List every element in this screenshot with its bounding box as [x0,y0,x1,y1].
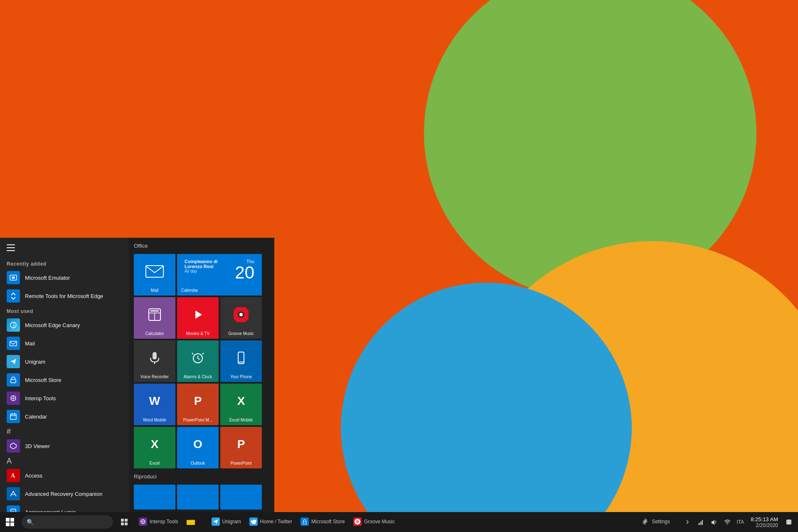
tile-outlook[interactable]: O Outlook [177,427,219,468]
svg-rect-20 [146,266,163,277]
tiles-panel: Office Mail Compleanno diLorenzo Rosi [129,238,274,512]
taskbar-app-interop-tools[interactable]: Interop Tools [135,512,182,532]
tile-play-3[interactable] [220,485,262,510]
tile-calculator[interactable]: Calculator [134,297,175,339]
tile-play-1[interactable] [134,485,175,510]
taskbar-label-interop-tools: Interop Tools [150,519,178,525]
tile-excelm[interactable]: X Excel Mobile [220,384,262,425]
tile-outlook-label: Outlook [191,461,205,466]
app-item-access[interactable]: A Access [0,466,129,485]
tile-movies[interactable]: Movies & TV [177,297,219,339]
tile-phone[interactable]: Your Phone [220,340,262,382]
app-label-interop-tools: Interop Tools [25,395,56,401]
tile-word[interactable]: W Word Mobile [134,384,175,425]
tile-mail[interactable]: Mail [134,254,175,296]
svg-rect-50 [699,522,700,525]
settings-gear-icon [641,517,649,526]
app-item-calendar[interactable]: Calendar [0,407,129,426]
taskbar-app-unigram[interactable]: Unigram [207,512,245,532]
clock-time: 8:25:13 AM [751,516,778,522]
app-item-microsoft-emulator[interactable]: Microsoft Emulator [0,268,129,287]
app-icon-3dviewer [7,439,20,453]
start-button[interactable] [0,512,20,532]
taskbar-clock[interactable]: 8:25:13 AM 2/20/2020 [747,516,781,528]
svg-point-48 [357,521,358,522]
svg-rect-52 [702,520,703,525]
notification-icon[interactable] [783,516,795,528]
search-icon: 🔍 [27,519,34,525]
taskbar-app-ms-store[interactable]: Microsoft Store [296,512,349,532]
tile-pptm[interactable]: P PowerPoint M... [177,384,219,425]
tile-phone-label: Your Phone [230,374,252,379]
app-icon-interop-tools [7,392,20,405]
svg-rect-40 [125,522,128,525]
most-used-header: Most used [0,305,129,316]
svg-marker-25 [195,310,202,319]
app-label-unigram: Unigram [25,359,45,365]
svg-rect-51 [701,521,702,525]
app-item-ms-store[interactable]: Microsoft Store [0,371,129,389]
taskbar-app-home-twitter[interactable]: Home / Twitter [245,512,296,532]
tile-calendar[interactable]: Compleanno diLorenzo Rosi All day Thu 20… [177,254,262,296]
network-icon[interactable] [695,516,707,528]
clock-date: 2/20/2020 [756,522,778,528]
tile-excel[interactable]: X Excel [134,427,175,468]
section-a: A [0,455,129,466]
taskbar-icon-ms-store [300,517,309,526]
tile-movies-label: Movies & TV [186,331,210,336]
app-item-3dviewer[interactable]: 3D Viewer [0,437,129,455]
app-label-microsoft-emulator: Microsoft Emulator [25,275,70,281]
app-item-aggiornamenti-lumia[interactable]: Aggiornamenti Lumia [0,503,129,512]
app-icon-edge-canary [7,318,20,332]
app-item-edge-canary[interactable]: Microsoft Edge Canary [0,316,129,334]
taskbar-app-file-explorer[interactable] [182,512,207,532]
tile-groove[interactable]: Groove Music [220,297,262,339]
tile-voice[interactable]: Voice Recorder [134,340,175,382]
recently-added-header: Recently added [0,258,129,268]
app-item-interop-tools[interactable]: Interop Tools [0,389,129,407]
svg-point-53 [727,524,728,525]
settings-label: Settings [652,519,670,525]
language-indicator[interactable]: ITA [735,519,746,525]
svg-rect-24 [150,310,159,312]
taskbar-label-unigram: Unigram [222,519,241,525]
app-item-remote-tools[interactable]: Remote Tools for Microsoft Edge [0,287,129,305]
tile-ppt-label: PowerPoint [230,461,251,466]
chevron-icon[interactable] [682,516,693,528]
app-item-arc[interactable]: Advanced Recovery Companion [0,485,129,503]
app-label-3dviewer: 3D Viewer [25,443,50,449]
taskbar: 🔍 Interop Tools Unigram [0,512,798,532]
tile-word-label: Word Mobile [143,418,166,423]
tile-play-2[interactable] [177,485,219,510]
app-item-mail[interactable]: Mail [0,334,129,352]
volume-icon[interactable] [708,516,720,528]
app-icon-mail [7,337,20,350]
tile-mail-label: Mail [151,288,158,293]
tile-alarms-label: Alarms & Clock [184,374,212,379]
app-label-mail: Mail [25,340,35,347]
hamburger-area[interactable] [0,238,129,258]
svg-rect-46 [303,522,306,524]
taskbar-apps: Interop Tools Unigram Home / Twitter Mic… [135,512,637,532]
taskbar-search[interactable]: 🔍 [22,515,113,529]
riproduci-section-header: Riproduci [134,472,269,481]
app-label-access: Access [25,473,42,479]
app-icon-calendar [7,410,20,423]
task-view-button[interactable] [115,512,135,532]
svg-rect-49 [698,523,699,525]
taskbar-app-groove-music[interactable]: Groove Music [349,512,399,532]
taskbar-settings-button[interactable]: Settings [637,512,678,532]
wifi-icon[interactable] [722,516,733,528]
tile-ppt[interactable]: P PowerPoint [220,427,262,468]
hamburger-icon[interactable] [7,244,15,251]
svg-rect-37 [121,519,124,522]
tile-alarms[interactable]: Alarms & Clock [177,340,219,382]
svg-text:A: A [11,473,15,479]
app-item-unigram[interactable]: Unigram [0,352,129,371]
tile-calculator-label: Calculator [145,331,164,336]
taskbar-icon-file-explorer [187,517,195,526]
taskbar-icon-unigram [212,517,220,526]
tile-pptm-label: PowerPoint M... [183,418,213,423]
svg-line-34 [202,353,204,355]
section-hash: # [0,426,129,437]
